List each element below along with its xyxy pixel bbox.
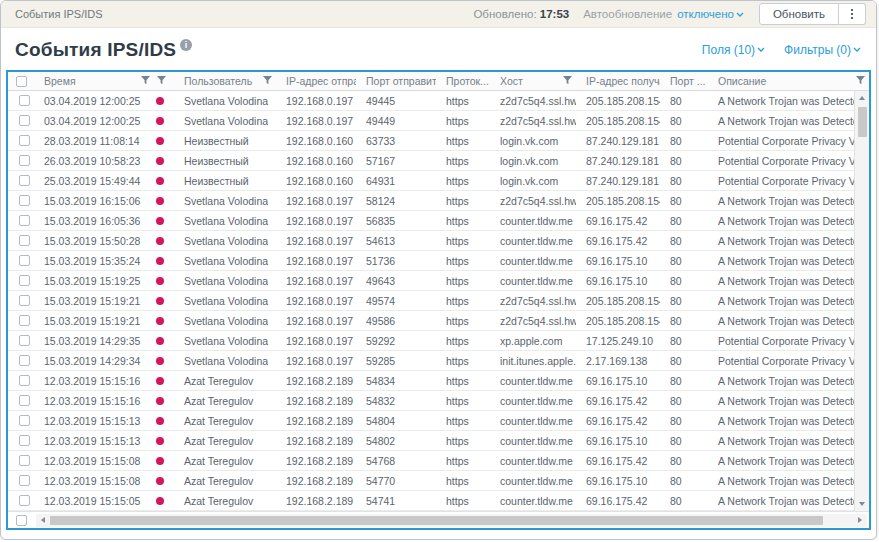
cell-dst-ip: 87.240.129.181 xyxy=(576,151,660,170)
filter-icon[interactable] xyxy=(263,75,272,87)
filter-icon[interactable] xyxy=(563,75,572,87)
row-checkbox[interactable] xyxy=(19,295,30,306)
table-row[interactable]: 12.03.2019 15:15:08 Azat Teregulov 192.1… xyxy=(8,451,854,471)
row-checkbox[interactable] xyxy=(19,395,30,406)
table-row[interactable]: 15.03.2019 14:29:34 Svetlana Volodina 19… xyxy=(8,351,854,371)
table-row[interactable]: 15.03.2019 15:19:25 Svetlana Volodina 19… xyxy=(8,271,854,291)
table-row[interactable]: 03.04.2019 12:00:25 Svetlana Volodina 19… xyxy=(8,111,854,131)
row-checkbox[interactable] xyxy=(19,235,30,246)
row-checkbox[interactable] xyxy=(19,415,30,426)
table-row[interactable]: 12.03.2019 15:15:16 Azat Teregulov 192.1… xyxy=(8,391,854,411)
cell-user: Azat Teregulov xyxy=(174,471,276,490)
cell-time: 12.03.2019 15:15:13 xyxy=(34,411,154,430)
column-header-severity[interactable] xyxy=(154,72,174,90)
scroll-left-arrow[interactable] xyxy=(36,514,50,527)
cell-user: Svetlana Volodina xyxy=(174,311,276,330)
table-row[interactable]: 12.03.2019 15:15:08 Azat Teregulov 192.1… xyxy=(8,471,854,491)
table-row[interactable]: 15.03.2019 16:05:36 Svetlana Volodina 19… xyxy=(8,211,854,231)
footer-checkbox[interactable] xyxy=(16,515,27,526)
info-icon[interactable]: i xyxy=(180,39,192,51)
table-row[interactable]: 15.03.2019 15:19:21 Svetlana Volodina 19… xyxy=(8,311,854,331)
row-checkbox[interactable] xyxy=(19,195,30,206)
cell-time: 03.04.2019 12:00:25 xyxy=(34,91,154,110)
autorefresh-state-dropdown[interactable]: отключено xyxy=(677,8,745,20)
cell-src-port: 57167 xyxy=(356,151,436,170)
table-row[interactable]: 15.03.2019 15:35:24 Svetlana Volodina 19… xyxy=(8,251,854,271)
row-checkbox[interactable] xyxy=(19,215,30,226)
row-checkbox-cell xyxy=(8,111,34,130)
cell-src-ip: 192.168.2.189 xyxy=(276,451,356,470)
horizontal-scrollbar[interactable] xyxy=(36,514,867,527)
vertical-scrollbar-thumb[interactable] xyxy=(858,107,867,137)
row-checkbox-cell xyxy=(8,291,34,310)
row-checkbox-cell xyxy=(8,411,34,430)
table-row[interactable]: 15.03.2019 15:19:21 Svetlana Volodina 19… xyxy=(8,291,854,311)
column-header-user[interactable]: Пользователь xyxy=(174,72,276,90)
row-checkbox[interactable] xyxy=(19,375,30,386)
cell-dst-ip: 69.16.175.42 xyxy=(576,491,660,510)
cell-time: 12.03.2019 15:15:05 xyxy=(34,491,154,510)
table-row[interactable]: 12.03.2019 15:15:13 Azat Teregulov 192.1… xyxy=(8,411,854,431)
row-checkbox[interactable] xyxy=(19,315,30,326)
column-header-src-port[interactable]: Порт отправит... xyxy=(356,72,436,90)
row-checkbox[interactable] xyxy=(19,255,30,266)
cell-src-port: 49586 xyxy=(356,311,436,330)
kebab-menu-button[interactable] xyxy=(839,3,866,25)
row-checkbox-cell xyxy=(8,491,34,510)
filters-dropdown[interactable]: Фильтры (0) xyxy=(784,43,862,57)
select-all-cell xyxy=(8,72,34,90)
column-header-host[interactable]: Хост xyxy=(490,72,576,90)
row-checkbox[interactable] xyxy=(19,135,30,146)
refresh-button[interactable]: Обновить xyxy=(759,3,839,25)
cell-user: Svetlana Volodina xyxy=(174,331,276,350)
table-row[interactable]: 15.03.2019 15:50:28 Svetlana Volodina 19… xyxy=(8,231,854,251)
row-checkbox[interactable] xyxy=(19,275,30,286)
fields-dropdown[interactable]: Поля (10) xyxy=(702,43,766,57)
cell-description: A Network Trojan was Detected: ET F xyxy=(708,491,854,510)
cell-host: counter.tldw.me xyxy=(490,431,576,450)
column-header-dst-port[interactable]: Порт ... xyxy=(660,72,708,90)
cell-description: A Network Trojan was Detected: ET F xyxy=(708,411,854,430)
row-checkbox[interactable] xyxy=(19,115,30,126)
column-header-time[interactable]: Время xyxy=(34,72,154,90)
table-row[interactable]: 25.03.2019 15:49:44 Неизвестный 192.168.… xyxy=(8,171,854,191)
autorefresh-label: Автообновление xyxy=(583,8,672,20)
column-header-description[interactable]: Описание xyxy=(708,72,869,90)
horizontal-scrollbar-thumb[interactable] xyxy=(50,516,823,525)
filter-icon[interactable] xyxy=(141,75,150,87)
table-row[interactable]: 15.03.2019 14:29:35 Svetlana Volodina 19… xyxy=(8,331,854,351)
row-checkbox[interactable] xyxy=(19,435,30,446)
row-checkbox[interactable] xyxy=(19,355,30,366)
vertical-scrollbar[interactable] xyxy=(854,91,869,511)
column-header-src-ip[interactable]: IP-адрес отпра... xyxy=(276,72,356,90)
row-checkbox[interactable] xyxy=(19,95,30,106)
column-header-dst-ip[interactable]: IP-адрес получат... xyxy=(576,72,660,90)
row-checkbox[interactable] xyxy=(19,155,30,166)
table-row[interactable]: 12.03.2019 15:15:16 Azat Teregulov 192.1… xyxy=(8,371,854,391)
table-row[interactable]: 03.04.2019 12:00:25 Svetlana Volodina 19… xyxy=(8,91,854,111)
row-checkbox[interactable] xyxy=(19,335,30,346)
cell-dst-port: 80 xyxy=(660,211,708,230)
select-all-checkbox[interactable] xyxy=(16,76,27,87)
cell-dst-port: 80 xyxy=(660,91,708,110)
cell-time: 15.03.2019 16:15:06 xyxy=(34,191,154,210)
table-row[interactable]: 26.03.2019 10:58:23 Неизвестный 192.168.… xyxy=(8,151,854,171)
scroll-down-arrow[interactable] xyxy=(855,497,869,511)
cell-src-port: 64931 xyxy=(356,171,436,190)
table-row[interactable]: 12.03.2019 15:15:05 Azat Teregulov 192.1… xyxy=(8,491,854,511)
row-checkbox-cell xyxy=(8,171,34,190)
row-checkbox[interactable] xyxy=(19,175,30,186)
scroll-up-arrow[interactable] xyxy=(855,91,869,105)
table-row[interactable]: 28.03.2019 11:08:14 Неизвестный 192.168.… xyxy=(8,131,854,151)
table-row[interactable]: 15.03.2019 16:15:06 Svetlana Volodina 19… xyxy=(8,191,854,211)
cell-protocol: https xyxy=(436,91,490,110)
row-checkbox-cell xyxy=(8,311,34,330)
row-checkbox[interactable] xyxy=(19,455,30,466)
scroll-right-arrow[interactable] xyxy=(853,514,867,527)
filter-icon[interactable] xyxy=(856,75,865,87)
row-checkbox[interactable] xyxy=(19,475,30,486)
row-checkbox[interactable] xyxy=(19,495,30,506)
table-row[interactable]: 12.03.2019 15:15:13 Azat Teregulov 192.1… xyxy=(8,431,854,451)
column-header-protocol[interactable]: Проток... xyxy=(436,72,490,90)
filter-icon[interactable] xyxy=(157,75,166,87)
